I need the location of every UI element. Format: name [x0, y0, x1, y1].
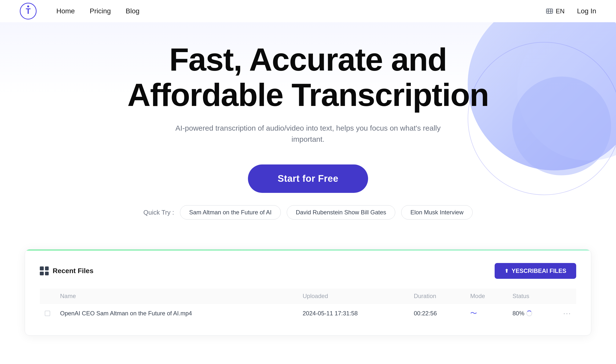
demo-inner: Recent Files ⬆ YESCRIBEAI FILES Name Upl…: [25, 251, 591, 335]
upload-btn-label: YESCRIBEAI FILES: [512, 267, 566, 274]
row-checkbox[interactable]: [40, 304, 55, 323]
wave-icon: 〜: [470, 309, 477, 317]
col-checkbox: [40, 289, 55, 304]
bg-circle-4: [512, 77, 611, 175]
language-selector[interactable]: EN: [546, 7, 565, 15]
grid-icon: [40, 266, 49, 275]
upload-button[interactable]: ⬆ YESCRIBEAI FILES: [495, 263, 576, 279]
demo-header: Recent Files ⬆ YESCRIBEAI FILES: [40, 263, 576, 279]
row-uploaded: 2024-05-11 17:31:58: [298, 304, 409, 323]
checkbox[interactable]: [45, 311, 50, 316]
navigation: T Home Pricing Blog EN Log In: [0, 0, 616, 22]
quick-try-chip-1[interactable]: David Rubenstein Show Bill Gates: [287, 205, 396, 220]
spinner-icon: [526, 310, 532, 316]
demo-section: Recent Files ⬆ YESCRIBEAI FILES Name Upl…: [25, 249, 591, 336]
language-icon: [546, 7, 553, 15]
status-spinner: 80%: [512, 310, 532, 317]
grid-icon-cell-2: [45, 266, 49, 270]
quick-try-chip-0[interactable]: Sam Altman on the Future of AI: [180, 205, 281, 220]
col-actions: [558, 289, 576, 304]
nav-home[interactable]: Home: [56, 7, 75, 15]
logo-icon: T: [20, 3, 37, 20]
quick-try-label: Quick Try :: [143, 209, 174, 216]
hero-title: Fast, Accurate and Affordable Transcript…: [110, 42, 506, 113]
recent-files-label: Recent Files: [40, 266, 93, 275]
hero-section: Fast, Accurate and Affordable Transcript…: [0, 22, 616, 234]
grid-icon-cell-4: [45, 272, 49, 276]
col-status: Status: [507, 289, 558, 304]
bg-circle-3: [517, 22, 616, 161]
nav-pricing[interactable]: Pricing: [90, 7, 111, 15]
logo-letter: T: [26, 7, 31, 15]
quick-try-chip-2[interactable]: Elon Musk Interview: [401, 205, 473, 220]
quick-try-section: Quick Try : Sam Altman on the Future of …: [20, 205, 596, 220]
col-uploaded: Uploaded: [298, 289, 409, 304]
table-body: OpenAI CEO Sam Altman on the Future of A…: [40, 304, 576, 323]
col-mode: Mode: [465, 289, 507, 304]
row-mode: 〜: [465, 304, 507, 323]
recent-files-text: Recent Files: [53, 267, 93, 275]
hero-subtitle: AI-powered transcription of audio/video …: [172, 122, 444, 145]
col-duration: Duration: [409, 289, 465, 304]
col-name: Name: [55, 289, 298, 304]
more-icon[interactable]: ···: [563, 309, 571, 317]
lang-label: EN: [556, 7, 565, 15]
grid-icon-cell-1: [40, 266, 44, 270]
cta-button[interactable]: Start for Free: [248, 164, 368, 193]
status-percent: 80%: [512, 310, 524, 317]
nav-links: Home Pricing Blog: [56, 7, 546, 15]
files-table: Name Uploaded Duration Mode Status OpenA…: [40, 289, 576, 323]
row-status: 80%: [507, 304, 558, 323]
table-header: Name Uploaded Duration Mode Status: [40, 289, 576, 304]
row-name[interactable]: OpenAI CEO Sam Altman on the Future of A…: [55, 304, 298, 323]
login-button[interactable]: Log In: [577, 7, 596, 15]
row-duration: 00:22:56: [409, 304, 465, 323]
grid-icon-cell-3: [40, 272, 44, 276]
nav-right: EN Log In: [546, 7, 596, 15]
nav-blog[interactable]: Blog: [126, 7, 139, 15]
row-more[interactable]: ···: [558, 304, 576, 323]
table-row: OpenAI CEO Sam Altman on the Future of A…: [40, 304, 576, 323]
logo[interactable]: T: [20, 3, 37, 20]
upload-icon: ⬆: [505, 268, 509, 274]
